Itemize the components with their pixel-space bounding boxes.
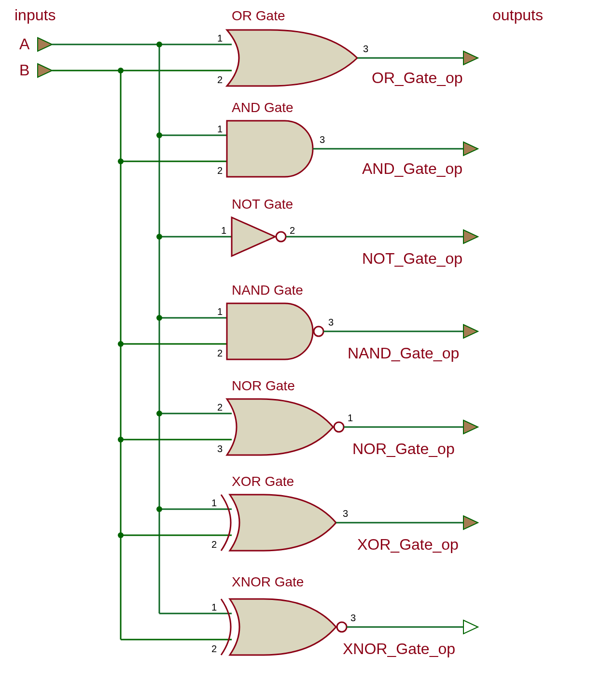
nand-bubble-icon xyxy=(314,327,323,336)
nor-output-arrow-icon xyxy=(463,420,478,434)
junction xyxy=(156,506,162,512)
nor-bubble-icon xyxy=(334,422,344,432)
xnor-gate-title: XNOR Gate xyxy=(232,574,304,589)
xnor-back-curve xyxy=(221,599,231,655)
nand-gate-title: NAND Gate xyxy=(232,283,303,298)
and-output-arrow-icon xyxy=(463,142,478,156)
nand-pin-out: 3 xyxy=(328,317,334,328)
input-b-label: B xyxy=(19,61,29,79)
nand-output-arrow-icon xyxy=(463,325,478,338)
xnor-gate: XNOR Gate 1 2 3 XNOR_Gate_op xyxy=(121,574,478,657)
and-gate-body xyxy=(227,121,313,177)
junction xyxy=(118,341,124,347)
nor-pin1: 2 xyxy=(217,402,223,413)
not-bubble-icon xyxy=(276,232,286,242)
xor-pin1: 1 xyxy=(211,498,217,508)
junction xyxy=(156,411,162,416)
junction xyxy=(118,158,124,164)
not-pin-out: 2 xyxy=(290,225,295,236)
not-gate: NOT Gate 1 2 NOT_Gate_op xyxy=(156,197,478,267)
nor-pin2: 3 xyxy=(217,443,223,454)
or-pin1: 1 xyxy=(217,33,223,43)
nand-gate-body xyxy=(227,303,313,359)
xnor-pin2: 2 xyxy=(211,643,217,654)
not-gate-body xyxy=(232,217,275,256)
xor-output-arrow-icon xyxy=(463,516,478,529)
xor-output-label: XOR_Gate_op xyxy=(357,536,459,553)
xor-gate-title: XOR Gate xyxy=(232,474,294,489)
logic-gate-diagram: inputs outputs A B OR Gate 1 2 3 OR_Gate… xyxy=(0,0,616,684)
and-gate-title: AND Gate xyxy=(232,100,294,115)
nor-gate: NOR Gate 2 3 1 NOR_Gate_op xyxy=(118,378,478,457)
not-gate-title: NOT Gate xyxy=(232,197,293,212)
nand-pin2: 2 xyxy=(217,348,223,358)
xnor-pin1: 1 xyxy=(211,602,217,613)
inputs-header: inputs xyxy=(14,6,56,24)
or-output-label: OR_Gate_op xyxy=(372,69,463,86)
xnor-gate-body xyxy=(230,599,336,655)
input-a-arrow-icon xyxy=(38,38,52,51)
or-pin-out: 3 xyxy=(363,43,368,54)
and-pin-out: 3 xyxy=(320,134,325,145)
junction xyxy=(118,437,124,442)
or-gate: OR Gate 1 2 3 OR_Gate_op xyxy=(217,8,478,86)
xor-gate-body xyxy=(230,495,336,551)
not-output-arrow-icon xyxy=(463,230,478,243)
xnor-output-arrow-icon xyxy=(463,620,478,634)
xor-pin2: 2 xyxy=(211,539,217,550)
junction xyxy=(156,315,162,321)
or-gate-body xyxy=(227,30,357,86)
nor-gate-body xyxy=(227,399,333,455)
junction xyxy=(156,42,162,47)
and-pin1: 1 xyxy=(217,124,223,134)
xnor-pin-out: 3 xyxy=(350,613,356,623)
nor-output-label: NOR_Gate_op xyxy=(352,440,455,457)
or-output-arrow-icon xyxy=(463,51,478,65)
xor-pin-out: 3 xyxy=(343,508,348,519)
xnor-bubble-icon xyxy=(337,622,347,632)
xnor-output-label: XNOR_Gate_op xyxy=(343,640,455,657)
nand-pin1: 1 xyxy=(217,306,223,317)
or-pin2: 2 xyxy=(217,74,223,85)
junction xyxy=(156,234,162,240)
input-a-label: A xyxy=(19,35,30,53)
xor-back-curve xyxy=(221,495,231,551)
junction xyxy=(118,68,124,73)
and-output-label: AND_Gate_op xyxy=(362,160,462,177)
or-gate-title: OR Gate xyxy=(232,8,285,23)
nor-gate-title: NOR Gate xyxy=(232,378,295,393)
junction xyxy=(118,532,124,538)
and-pin2: 2 xyxy=(217,165,223,176)
nor-pin-out: 1 xyxy=(348,413,353,423)
not-pin1: 1 xyxy=(221,225,226,236)
xor-gate: XOR Gate 1 2 3 XOR_Gate_op xyxy=(118,474,478,553)
nand-output-label: NAND_Gate_op xyxy=(348,344,459,362)
outputs-header: outputs xyxy=(492,6,543,24)
junction xyxy=(156,132,162,138)
input-b-arrow-icon xyxy=(38,64,52,77)
nand-gate: NAND Gate 1 2 3 NAND_Gate_op xyxy=(118,283,478,362)
and-gate: AND Gate 1 2 3 AND_Gate_op xyxy=(118,100,478,177)
not-output-label: NOT_Gate_op xyxy=(362,250,462,267)
